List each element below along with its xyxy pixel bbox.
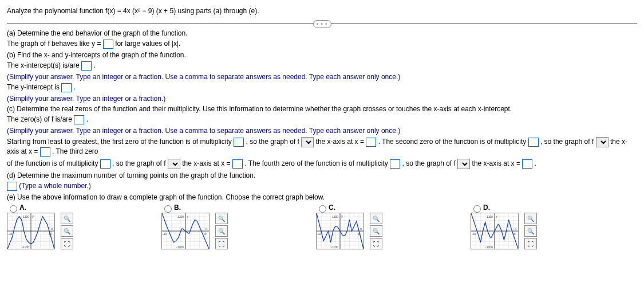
svg-text:1100: 1100 — [487, 215, 493, 218]
behavior3-select[interactable] — [168, 159, 180, 169]
s4d: . — [535, 159, 536, 167]
xint-instr: (Simplify your answer. Type an integer o… — [7, 73, 637, 81]
radio-c[interactable] — [319, 205, 326, 213]
zeros-input[interactable] — [74, 115, 84, 124]
s4a: . The fourth zero of the function is of … — [244, 159, 390, 167]
s2b: , so the graph of f — [540, 138, 596, 146]
svg-text:-10: -10 — [163, 232, 167, 236]
part-a-input[interactable] — [103, 40, 113, 49]
part-a-pre: The graph of f behaves like y = — [7, 40, 101, 48]
zoom-out-a[interactable]: 🔍 — [61, 225, 73, 237]
label-a: A. — [19, 204, 26, 212]
x2-input[interactable] — [40, 147, 50, 157]
svg-text:-1100: -1100 — [331, 245, 338, 249]
svg-text:-1100: -1100 — [485, 245, 493, 249]
s3b: , so the graph of f — [112, 159, 168, 167]
zoom-out-b[interactable]: 🔍 — [215, 225, 228, 237]
radio-b[interactable] — [164, 205, 172, 213]
expand-c[interactable]: ⛶ — [370, 238, 382, 249]
part-b-xint: The x-intercept(s) is/are . — [7, 61, 637, 71]
svg-text:1100: 1100 — [177, 215, 184, 218]
svg-text:x: x — [360, 227, 362, 230]
xint-pre: The x-intercept(s) is/are — [7, 61, 81, 69]
behavior1-select[interactable] — [301, 137, 314, 147]
svg-text:1100: 1100 — [23, 215, 29, 218]
expand-d[interactable]: ⛶ — [524, 238, 537, 249]
s1a: Starting from least to greatest, the fir… — [7, 138, 234, 146]
choice-row: A. yx1100-1100-1010 🔍 🔍 ⛶ B. yx1100-1100… — [7, 204, 637, 249]
svg-text:y: y — [341, 214, 343, 218]
graph-d[interactable]: yx1100-1100-1010 — [471, 213, 519, 249]
svg-text:10: 10 — [358, 232, 361, 236]
expand-b[interactable]: ⛶ — [215, 238, 228, 249]
zoom-in-c[interactable]: 🔍 — [370, 213, 382, 224]
label-c: C. — [329, 204, 335, 212]
yint-input[interactable] — [61, 83, 72, 92]
s1c: the x-axis at x = — [316, 138, 366, 146]
graph-a[interactable]: yx1100-1100-1010 — [7, 213, 55, 249]
svg-text:-10: -10 — [8, 232, 12, 236]
label-b: B. — [174, 204, 181, 212]
zoom-out-c[interactable]: 🔍 — [370, 225, 382, 237]
svg-text:10: 10 — [49, 232, 52, 236]
behavior4-select[interactable] — [457, 159, 470, 169]
svg-text:-1100: -1100 — [176, 245, 184, 249]
zoom-in-d[interactable]: 🔍 — [524, 213, 537, 224]
s4b: , so the graph of f — [402, 159, 457, 167]
svg-text:10: 10 — [512, 232, 516, 236]
part-a-sentence: The graph of f behaves like y = for larg… — [7, 40, 637, 49]
s3line2a: of the function is of multiplicity — [7, 159, 100, 167]
part-a-title: (a) Determine the end behavior of the gr… — [7, 29, 637, 37]
s2a: . The second zero of the function is of … — [378, 138, 528, 146]
mult2-input[interactable] — [528, 138, 539, 147]
part-a-post: for large values of |x|. — [115, 40, 180, 48]
radio-a[interactable] — [10, 205, 17, 213]
x1-input[interactable] — [366, 138, 376, 147]
svg-text:1100: 1100 — [332, 215, 338, 218]
svg-text:-10: -10 — [317, 232, 321, 236]
expand-toggle[interactable]: • • • — [313, 20, 331, 28]
graph-b[interactable]: yx1100-1100-1010 — [161, 213, 210, 249]
x4-input[interactable] — [522, 159, 532, 169]
graph-a-svg: yx1100-1100-1010 — [7, 213, 54, 249]
svg-text:y: y — [496, 214, 497, 218]
graph-b-svg: yx1100-1100-1010 — [162, 213, 209, 249]
svg-text:y: y — [187, 214, 188, 218]
zoom-in-a[interactable]: 🔍 — [61, 213, 73, 224]
mult3-input[interactable] — [100, 159, 110, 169]
radio-d[interactable] — [473, 205, 481, 213]
svg-text:y: y — [32, 214, 34, 218]
zeros-pre: The zero(s) of f is/are — [7, 115, 74, 123]
label-d: D. — [483, 204, 490, 212]
zoom-in-b[interactable]: 🔍 — [215, 213, 228, 224]
zeros-post: . — [86, 115, 88, 123]
graph-d-svg: yx1100-1100-1010 — [471, 213, 518, 249]
mult1-input[interactable] — [234, 138, 244, 147]
yint-post: . — [74, 83, 76, 91]
xint-input[interactable] — [81, 61, 92, 71]
part-d-post: (Type a whole number.) — [19, 182, 90, 190]
part-b-title: (b) Find the x- and y-intercepts of the … — [7, 51, 637, 59]
graph-c-svg: yx1100-1100-1010 — [317, 213, 364, 249]
zoom-out-d[interactable]: 🔍 — [524, 225, 537, 237]
zeros-instr: (Simplify your answer. Type an integer o… — [7, 127, 637, 135]
expand-a[interactable]: ⛶ — [61, 238, 73, 249]
header: Analyze the polynomial function f(x) = 4… — [7, 7, 637, 15]
svg-text:x: x — [51, 227, 53, 230]
graph-c[interactable]: yx1100-1100-1010 — [316, 213, 364, 249]
svg-text:x: x — [206, 227, 207, 230]
part-d-entry: (Type a whole number.) — [7, 182, 637, 191]
multiplicity-line2: of the function is of multiplicity , so … — [7, 159, 637, 169]
x3-input[interactable] — [232, 159, 243, 169]
svg-text:-1100: -1100 — [22, 245, 29, 249]
behavior2-select[interactable] — [596, 137, 609, 147]
s1b: , so the graph of f — [246, 138, 302, 146]
yint-pre: The y-intercept is — [7, 83, 61, 91]
turning-points-input[interactable] — [7, 182, 17, 191]
svg-text:10: 10 — [203, 232, 207, 236]
xint-post: . — [93, 61, 95, 69]
part-b-yint: The y-intercept is . — [7, 83, 637, 92]
divider: • • • — [7, 23, 637, 24]
mult4-input[interactable] — [390, 159, 400, 169]
s4c: the x-axis at x = — [472, 159, 523, 167]
